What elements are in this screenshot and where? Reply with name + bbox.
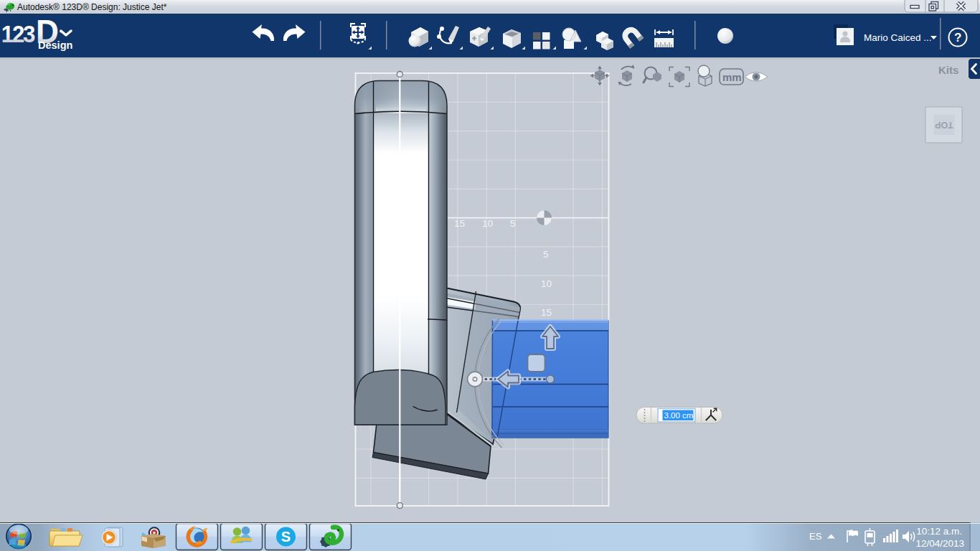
svg-text:12/04/2013: 12/04/2013 <box>915 538 964 549</box>
svg-text:3.00 cm: 3.00 cm <box>664 411 694 420</box>
svg-text:5: 5 <box>543 249 549 260</box>
svg-text:?: ? <box>954 31 961 44</box>
svg-text:ES: ES <box>809 531 822 542</box>
svg-text:15: 15 <box>454 218 465 229</box>
svg-text:Kits: Kits <box>938 64 958 76</box>
svg-text:S: S <box>281 529 291 545</box>
svg-text:TOP: TOP <box>935 120 953 130</box>
svg-text:Design: Design <box>38 39 72 51</box>
svg-text:10: 10 <box>541 278 552 289</box>
svg-text:15: 15 <box>541 307 552 318</box>
svg-text:5: 5 <box>510 218 516 229</box>
svg-text:mm: mm <box>722 71 742 83</box>
svg-text:10: 10 <box>482 218 493 229</box>
svg-text:123: 123 <box>1 20 34 48</box>
svg-text:Mario Caiced ...: Mario Caiced ... <box>864 32 932 43</box>
svg-text:10:12 a.m.: 10:12 a.m. <box>916 526 962 537</box>
